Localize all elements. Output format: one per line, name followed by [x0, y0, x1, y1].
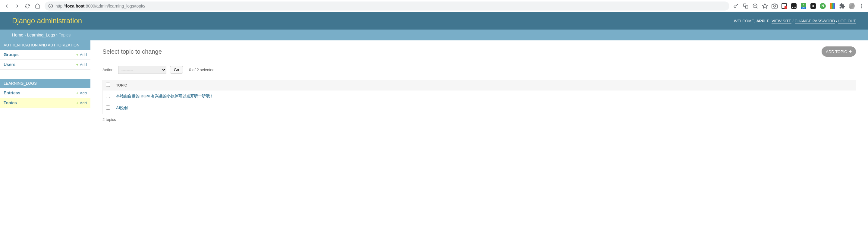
sidebar-link-users[interactable]: Users [4, 62, 16, 67]
sidebar-item-entries: Entriess + Add [0, 88, 90, 98]
home-button[interactable] [33, 1, 42, 10]
camera-icon[interactable] [772, 3, 778, 9]
topic-link[interactable]: 本站由自带的 BGM 有兴趣的小伙伴可以点开听一听哦！ [116, 94, 214, 98]
sidebar: AUTHENTICATION AND AUTHORIZATION Groups … [0, 40, 90, 131]
arrow-left-icon [4, 3, 10, 9]
add-entries-link[interactable]: + Add [76, 91, 87, 95]
forward-button[interactable] [13, 1, 22, 10]
content-header: Select topic to change ADD TOPIC + [102, 47, 856, 57]
svg-point-13 [861, 5, 862, 6]
main: AUTHENTICATION AND AUTHORIZATION Groups … [0, 40, 868, 131]
table-row: AI悦创 [103, 102, 856, 114]
svg-marker-10 [763, 3, 768, 8]
module-learning-logs-title: LEARNING_LOGS [0, 79, 90, 88]
extension-icons: iON X N [732, 3, 866, 9]
url-text: http://localhost:8000/admin/learning_log… [56, 4, 145, 8]
extension-x-icon[interactable]: X [810, 3, 816, 9]
add-topic-button[interactable]: ADD TOPIC + [822, 47, 856, 57]
selection-count: 0 of 2 selected [189, 67, 215, 72]
breadcrumb-current: Topics [59, 33, 71, 37]
extension-rainbow-icon[interactable] [830, 3, 835, 9]
svg-point-14 [861, 7, 862, 8]
plus-icon: + [76, 101, 79, 105]
welcome-text: WELCOME, [734, 19, 756, 23]
username: APPLE [756, 19, 769, 23]
add-topic-label: ADD TOPIC [826, 50, 847, 54]
row-checkbox[interactable] [106, 94, 110, 98]
sidebar-item-groups: Groups + Add [0, 50, 90, 60]
sidebar-item-topics: Topics + Add [0, 98, 90, 108]
add-groups-link[interactable]: + Add [76, 53, 87, 57]
zoom-icon[interactable] [752, 3, 758, 9]
plus-icon: + [76, 62, 79, 67]
plus-icon: + [76, 91, 79, 95]
plus-icon: + [76, 53, 79, 57]
topic-column-header[interactable]: TOPIC [113, 80, 856, 90]
branding: Django administration [12, 17, 82, 25]
select-all-header [103, 80, 113, 90]
back-button[interactable] [2, 1, 11, 10]
svg-point-11 [774, 5, 776, 7]
sidebar-item-users: Users + Add [0, 60, 90, 70]
actions-bar: Action: --------- Go 0 of 2 selected [102, 63, 856, 77]
breadcrumb-home[interactable]: Home [12, 33, 23, 37]
plus-icon: + [849, 49, 852, 54]
sidebar-link-entries[interactable]: Entriess [4, 90, 20, 95]
view-site-link[interactable]: VIEW SITE [772, 19, 792, 24]
reload-button[interactable] [23, 1, 32, 10]
topic-link[interactable]: AI悦创 [116, 105, 128, 110]
sidebar-link-groups[interactable]: Groups [4, 52, 19, 57]
row-checkbox[interactable] [106, 105, 110, 110]
module-learning-logs: LEARNING_LOGS Entriess + Add Topics + Ad… [0, 79, 90, 108]
paginator: 2 topics [102, 114, 856, 125]
module-auth: AUTHENTICATION AND AUTHORIZATION Groups … [0, 40, 90, 70]
module-auth-title: AUTHENTICATION AND AUTHORIZATION [0, 40, 90, 50]
select-all-checkbox[interactable] [106, 83, 110, 87]
add-topics-link[interactable]: + Add [76, 101, 87, 105]
django-header: Django administration WELCOME, APPLE. VI… [0, 12, 868, 30]
page-title: Select topic to change [102, 48, 162, 55]
action-label: Action: [102, 67, 115, 72]
svg-point-3 [734, 6, 736, 8]
svg-line-7 [756, 7, 758, 8]
url-bar[interactable]: http://localhost:8000/admin/learning_log… [44, 1, 730, 10]
go-button[interactable]: Go [170, 66, 183, 73]
action-select[interactable]: --------- [118, 66, 166, 74]
breadcrumb-app[interactable]: Learning_Logs [27, 33, 55, 37]
extension-green-icon[interactable]: iON [801, 3, 807, 9]
sidebar-link-topics[interactable]: Topics [4, 100, 17, 105]
info-icon [48, 4, 53, 8]
browser-chrome: http://localhost:8000/admin/learning_log… [0, 0, 868, 12]
translate-icon[interactable] [743, 3, 749, 9]
reload-icon [25, 3, 30, 9]
key-icon[interactable] [733, 3, 739, 9]
arrow-right-icon [14, 3, 20, 9]
extension-black-icon[interactable] [791, 3, 797, 9]
content: Select topic to change ADD TOPIC + Actio… [90, 40, 868, 131]
change-password-link[interactable]: CHANGE PASSWORD [795, 19, 835, 24]
extension-red-icon[interactable] [781, 3, 787, 9]
results-table: TOPIC 本站由自带的 BGM 有兴趣的小伙伴可以点开听一听哦！ AI悦创 [102, 80, 856, 114]
svg-point-12 [861, 4, 862, 4]
add-users-link[interactable]: + Add [76, 62, 87, 67]
bookmark-star-icon[interactable] [762, 3, 768, 9]
extensions-menu-icon[interactable] [839, 3, 845, 9]
home-icon [35, 3, 40, 9]
breadcrumbs: Home › Learning_Logs › Topics [0, 30, 868, 40]
user-tools: WELCOME, APPLE. VIEW SITE / CHANGE PASSW… [734, 19, 856, 23]
profile-avatar[interactable] [849, 3, 855, 9]
logout-link[interactable]: LOG OUT [838, 19, 856, 24]
more-menu-icon[interactable] [858, 3, 864, 9]
extension-nginx-icon[interactable]: N [820, 3, 826, 9]
table-row: 本站由自带的 BGM 有兴趣的小伙伴可以点开听一听哦！ [103, 90, 856, 102]
